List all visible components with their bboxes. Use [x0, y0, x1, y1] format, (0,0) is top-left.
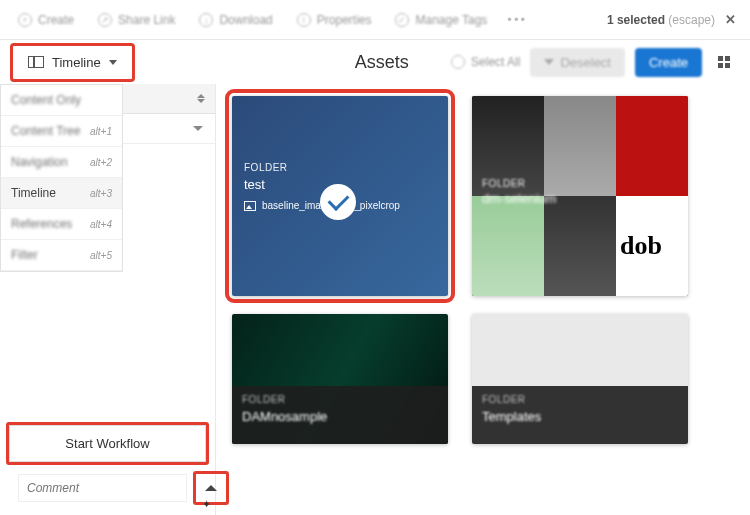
card-type-label: FOLDER	[482, 394, 678, 405]
hilite-timeline: Timeline	[10, 43, 135, 82]
manage-tags-action[interactable]: ✓Manage Tags	[385, 9, 497, 31]
rail-menu-navigation[interactable]: Navigationalt+2	[1, 147, 122, 178]
select-all[interactable]: Select All	[451, 55, 520, 69]
rail-selector-label: Timeline	[52, 55, 101, 70]
deselect-button[interactable]: Deselect	[530, 48, 625, 77]
close-selection-icon[interactable]: ✕	[719, 10, 742, 29]
sort-control[interactable]	[123, 84, 215, 114]
chevron-up-icon	[205, 485, 217, 491]
expand-comment-button[interactable]	[196, 474, 226, 502]
selected-check-icon	[320, 184, 356, 220]
more-actions[interactable]: •••	[501, 12, 533, 27]
asset-card-damnosample[interactable]: FOLDER DAMnosample	[232, 314, 448, 444]
card-type-label: FOLDER	[482, 178, 556, 189]
hilite-workflow: Start Workflow	[6, 422, 209, 465]
info-icon: i	[297, 13, 311, 27]
rail-selector-menu: Content Only Content Treealt+1 Navigatio…	[0, 84, 123, 272]
view-switcher[interactable]	[712, 52, 740, 72]
filter-dropdown[interactable]	[123, 114, 215, 144]
download-icon: ↓	[199, 13, 213, 27]
hilite-expand: ✦	[193, 471, 229, 505]
download-action[interactable]: ↓Download	[189, 9, 282, 31]
selection-count: 1 selected (escape)	[607, 13, 715, 27]
chevron-down-icon	[193, 126, 203, 131]
cursor-icon: ✦	[202, 498, 211, 511]
down-arrow-icon	[544, 59, 554, 65]
page-title: Assets	[355, 52, 409, 73]
grid-view-icon	[718, 56, 730, 68]
asset-card-templates[interactable]: FOLDER Templates	[472, 314, 688, 444]
create-action[interactable]: +Create	[8, 9, 84, 31]
share-icon: ↗	[98, 13, 112, 27]
rail-menu-content-only[interactable]: Content Only	[1, 85, 122, 116]
properties-action[interactable]: iProperties	[287, 9, 382, 31]
rail-menu-references[interactable]: Referencesalt+4	[1, 209, 122, 240]
create-button[interactable]: Create	[635, 48, 702, 77]
asset-grid: FOLDER test baseline_image_one_pixelcrop…	[216, 84, 750, 515]
share-link-action[interactable]: ↗Share Link	[88, 9, 185, 31]
left-rail: Content Only Content Treealt+1 Navigatio…	[0, 84, 216, 515]
comment-input[interactable]	[19, 475, 186, 501]
header-bar: Timeline Assets Select All Deselect Crea…	[0, 40, 750, 84]
card-name: dm-selenium	[482, 191, 556, 206]
card-name: DAMnosample	[242, 409, 438, 424]
tag-icon: ✓	[395, 13, 409, 27]
plus-icon: +	[18, 13, 32, 27]
sort-caret-icon	[197, 94, 205, 103]
action-toolbar: +Create ↗Share Link ↓Download iPropertie…	[0, 0, 750, 40]
rail-menu-content-tree[interactable]: Content Treealt+1	[1, 116, 122, 147]
rail-icon	[28, 56, 44, 68]
rail-selector-button[interactable]: Timeline	[15, 48, 130, 77]
card-type-label: FOLDER	[244, 162, 436, 173]
card-type-label: FOLDER	[242, 394, 438, 405]
image-icon	[244, 201, 256, 211]
checkbox-icon	[451, 55, 465, 69]
rail-menu-timeline[interactable]: Timelinealt+3	[1, 178, 122, 209]
asset-card-dm-selenium[interactable]: dob FOLDER dm-selenium	[472, 96, 688, 296]
asset-card-test[interactable]: FOLDER test baseline_image_one_pixelcrop	[232, 96, 448, 296]
rail-menu-filter[interactable]: Filteralt+5	[1, 240, 122, 271]
comment-row: ✦	[6, 465, 209, 509]
card-name: Templates	[482, 409, 678, 424]
start-workflow-button[interactable]: Start Workflow	[9, 425, 206, 462]
chevron-down-icon	[109, 60, 117, 65]
